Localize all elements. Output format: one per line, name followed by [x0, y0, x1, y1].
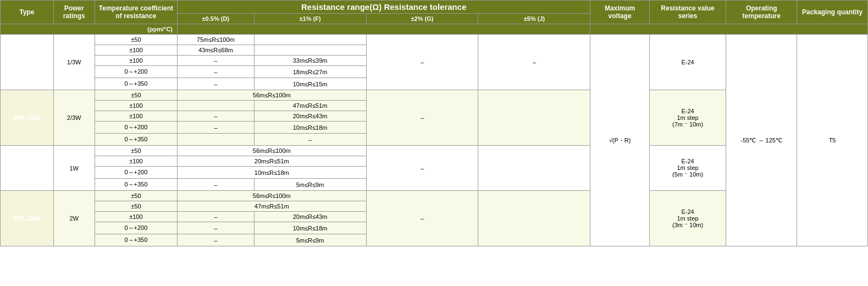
j-header: ±5% (J)	[478, 14, 590, 24]
g-cell-prl3264: –	[366, 191, 478, 246]
d-cell: 43m≤R≤68m	[178, 45, 255, 56]
op-temp-header: Operating temperature	[726, 1, 797, 24]
d-cell: 47m≤R≤51m	[178, 201, 367, 212]
power-cell-prl0816: 1/3W	[53, 35, 95, 90]
tcr-cell: 0～+350	[95, 179, 177, 191]
g-header: ±2% (G)	[366, 14, 478, 24]
main-table: Type Power ratings Temperature coefficie…	[0, 0, 868, 246]
tcr-unit-row: (ppm/°C)	[1, 24, 868, 35]
d-cell: 56m≤R≤100m	[178, 191, 367, 201]
g-cell-prl0816: –	[366, 35, 478, 90]
power-cell-prl1632: 1W	[53, 146, 95, 191]
res-series-prl1632: E-24 1m step (5m ⁻ 10m)	[649, 146, 726, 191]
res-series-prl1220: E-24 1m step (7m ⁻ 10m)	[649, 90, 726, 146]
tcr-cell: 0～+200	[95, 122, 177, 134]
d-cell: –	[178, 222, 255, 234]
d-cell: –	[178, 78, 255, 90]
d-cell: 56m≤R≤100m	[178, 90, 367, 101]
f-cell: –	[254, 134, 366, 146]
f-cell: 10m≤R≤18m	[254, 122, 366, 134]
res-series-prl0816: E-24	[649, 35, 726, 90]
type-header: Type	[1, 1, 54, 24]
d-cell: –	[178, 179, 255, 191]
tcr-cell: ±100	[95, 111, 177, 122]
tcr-cell: ±100	[95, 156, 177, 167]
f-cell: 10m≤R≤18m	[254, 222, 366, 234]
tcr-cell: ±100	[95, 45, 177, 56]
g-cell-prl1220: –	[366, 90, 478, 146]
d-cell: –	[178, 111, 255, 122]
f-cell: 20m≤R≤43m	[254, 212, 366, 222]
tcr-cell: 0～+200	[95, 222, 177, 234]
tcr-cell: ±50	[95, 146, 177, 156]
f-cell: 5m≤R≤9m	[254, 179, 366, 191]
tcr-cell: ±100	[95, 212, 177, 222]
j-cell-prl1632	[478, 146, 590, 191]
max-voltage-cell: √(P・R)	[590, 35, 649, 246]
res-value-series-header: Resistance value series	[649, 1, 726, 24]
d-cell: 10m≤R≤18m	[178, 167, 367, 179]
d-cell	[178, 134, 255, 146]
d-cell: –	[178, 122, 255, 134]
pkg-qty-header: Packaging quantity	[797, 1, 868, 24]
type-cell-prl1632: PRL1632	[1, 146, 54, 191]
f-header: ±1% (F)	[254, 14, 366, 24]
d-cell: –	[178, 66, 255, 78]
d-cell: 75m≤R≤100m	[178, 35, 255, 45]
f-cell: 18m≤R≤27m	[254, 66, 366, 78]
d-cell: –	[178, 56, 255, 66]
f-cell: 47m≤R≤51m	[254, 101, 366, 111]
d-cell: –	[178, 234, 255, 246]
tcr-cell: 0～+350	[95, 234, 177, 246]
j-cell-prl3264	[478, 191, 590, 246]
d-cell: –	[178, 212, 255, 222]
tcr-cell: ±100	[95, 101, 177, 111]
tcr-cell: ±50	[95, 35, 177, 45]
g-cell-prl1632: –	[366, 146, 478, 191]
d-cell: 20m≤R≤51m	[178, 156, 367, 167]
f-cell	[254, 35, 366, 45]
f-cell: 33m≤R≤39m	[254, 56, 366, 66]
table-row: PRL0816 1/3W ±50 75m≤R≤100m – – √(P・R) E…	[1, 35, 868, 45]
f-cell: 10m≤R≤15m	[254, 78, 366, 90]
tcr-cell: ±50	[95, 90, 177, 101]
power-cell-prl1220: 2/3W	[53, 90, 95, 146]
power-cell-prl3264: 2W	[53, 191, 95, 246]
f-cell: 5m≤R≤9m	[254, 234, 366, 246]
j-cell-prl1220	[478, 90, 590, 146]
f-cell: 20m≤R≤43m	[254, 111, 366, 122]
type-cell-prl3264: PRL3264	[1, 191, 54, 246]
resistance-range-tolerance-header: Resistance range(Ω) Resistance tolerance	[178, 1, 590, 14]
tcr-unit-header: (ppm/°C)	[1, 24, 178, 35]
type-cell-prl0816: PRL0816	[1, 35, 54, 90]
type-cell-prl1220: PRL1220	[1, 90, 54, 146]
tcr-cell: 0～+350	[95, 78, 177, 90]
tcr-cell: ±100	[95, 56, 177, 66]
j-cell-prl0816: –	[478, 35, 590, 90]
d-cell	[178, 101, 255, 111]
tcr-header: Temperature coefficient of resistance	[95, 1, 177, 24]
res-series-prl3264: E-24 1m step (3m ⁻ 10m)	[649, 191, 726, 246]
power-ratings-header: Power ratings	[53, 1, 95, 24]
d-cell: 56m≤R≤100m	[178, 146, 367, 156]
pkg-qty-cell: T5	[797, 35, 868, 246]
tcr-cell: 0～+200	[95, 167, 177, 179]
tcr-cell: 0～+350	[95, 134, 177, 146]
tcr-cell: 0～+200	[95, 66, 177, 78]
f-cell	[254, 45, 366, 56]
tcr-cell: ±50	[95, 191, 177, 201]
tcr-cell: ±50	[95, 201, 177, 212]
d-header: ±0.5% (D)	[178, 14, 255, 24]
main-header-row: Type Power ratings Temperature coefficie…	[1, 1, 868, 14]
max-voltage-header: Maximum voltage	[590, 1, 649, 24]
op-temp-cell: -55℃ ～ 125℃	[726, 35, 797, 246]
